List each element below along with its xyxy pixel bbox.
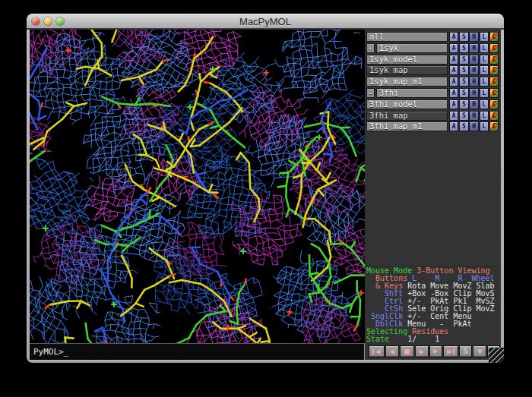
state-counter-text: 1/ 1 bbox=[389, 335, 439, 343]
resize-grip[interactable] bbox=[489, 348, 504, 363]
s-menu-button-1syk_map[interactable]: S bbox=[459, 65, 468, 75]
a-menu-button-1syk_map[interactable]: A bbox=[449, 65, 458, 75]
a-menu-button-1syk_model[interactable]: A bbox=[449, 55, 458, 65]
a-menu-button-1syk_map_m1[interactable]: A bbox=[449, 77, 458, 87]
a-menu-button-3fhi[interactable]: A bbox=[449, 88, 458, 98]
l-menu-button-1syk_map[interactable]: L bbox=[480, 65, 489, 75]
command-prompt: PyMOL> bbox=[33, 347, 64, 357]
object-name-1syk[interactable]: 1syk bbox=[376, 43, 448, 53]
panel-toggle-button-glyph: ▼ bbox=[477, 346, 483, 357]
l-menu-button-3fhi_model[interactable]: L bbox=[480, 99, 489, 109]
l-menu-button-3fhi[interactable]: L bbox=[480, 88, 489, 98]
l-menu-button-3fhi_map_m1[interactable]: L bbox=[480, 121, 489, 131]
c-menu-button-1syk_map_m1[interactable]: C bbox=[489, 77, 499, 87]
object-name-1syk_map_m1[interactable]: 1syk_map_m1 bbox=[366, 77, 448, 87]
s-menu-button-1syk_model[interactable]: S bbox=[459, 55, 468, 65]
object-row-1syk: -1sykASHLC bbox=[365, 43, 501, 54]
s-menu-button-1syk[interactable]: S bbox=[459, 43, 468, 53]
c-menu-button-1syk[interactable]: C bbox=[489, 43, 499, 53]
desktop-background: MacPyMOL ^ PyMOL>_ allASHLC-1sykASHLC1sy… bbox=[0, 0, 532, 397]
c-menu-button-all[interactable]: C bbox=[489, 32, 499, 42]
c-menu-button-3fhi_model[interactable]: C bbox=[489, 99, 499, 109]
scene-button[interactable]: S bbox=[459, 345, 472, 358]
object-name-1syk_model[interactable]: 1syk_model bbox=[366, 55, 448, 65]
s-menu-button-all[interactable]: S bbox=[459, 32, 468, 42]
c-menu-button-1syk_map[interactable]: C bbox=[489, 65, 499, 75]
h-menu-button-1syk_map[interactable]: H bbox=[469, 65, 478, 75]
title-bar[interactable]: MacPyMOL bbox=[27, 14, 504, 29]
c-menu-button-3fhi_map[interactable]: C bbox=[489, 111, 499, 121]
object-name-3fhi_map_m1[interactable]: 3fhi_map_m1 bbox=[366, 121, 448, 131]
state-counter[interactable]: State 1/ 1 bbox=[366, 336, 500, 343]
stop-button-glyph: ■ bbox=[404, 346, 410, 357]
object-name-1syk_map[interactable]: 1syk_map bbox=[366, 65, 448, 75]
panel-toggle-button[interactable]: ▼ bbox=[473, 345, 486, 358]
window-title: MacPyMOL bbox=[27, 16, 504, 27]
a-menu-button-3fhi_map_m1[interactable]: A bbox=[449, 121, 458, 131]
c-menu-button-3fhi_map_m1[interactable]: C bbox=[489, 121, 499, 131]
step-back-button[interactable]: ◀ bbox=[385, 345, 399, 358]
step-forward-button[interactable]: ▶ bbox=[429, 345, 442, 358]
l-menu-button-all[interactable]: L bbox=[480, 32, 489, 42]
h-menu-button-3fhi_map_m1[interactable]: H bbox=[469, 121, 478, 131]
l-menu-button-1syk_map_m1[interactable]: L bbox=[480, 77, 489, 87]
h-menu-button-1syk_map_m1[interactable]: H bbox=[469, 77, 478, 87]
window-frame-right bbox=[501, 30, 504, 360]
object-row-1syk_map: 1syk_mapASHLC bbox=[365, 65, 501, 76]
l-menu-button-1syk[interactable]: L bbox=[480, 43, 489, 53]
go-to-last-button[interactable]: ▶ bbox=[443, 345, 459, 358]
command-line-input[interactable]: PyMOL>_ bbox=[30, 343, 366, 360]
h-menu-button-all[interactable]: H bbox=[469, 32, 478, 42]
object-row-3fhi_map_m1: 3fhi_map_m1ASHLC bbox=[365, 121, 501, 132]
object-row-3fhi_model: 3fhi_modelASHLC bbox=[365, 99, 501, 110]
object-name-3fhi_map[interactable]: 3fhi_map bbox=[366, 111, 448, 121]
play-button-glyph: ▶ bbox=[419, 346, 424, 357]
a-menu-button-all[interactable]: A bbox=[449, 32, 458, 42]
object-row-3fhi: -3fhiASHLC bbox=[365, 88, 501, 99]
bar-glyph bbox=[453, 349, 454, 354]
command-cursor: _ bbox=[64, 347, 69, 357]
3d-viewport[interactable] bbox=[30, 30, 365, 343]
h-menu-button-3fhi[interactable]: H bbox=[469, 88, 478, 98]
s-menu-button-3fhi_map_m1[interactable]: S bbox=[459, 121, 468, 131]
movie-controls: ◀◀■▶▶▶S▼F bbox=[369, 345, 500, 358]
object-row-1syk_model: 1syk_modelASHLC bbox=[365, 55, 501, 65]
step-back-button-glyph: ◀ bbox=[389, 346, 394, 357]
a-menu-button-3fhi_map[interactable]: A bbox=[449, 111, 458, 121]
scene-button-glyph: S bbox=[464, 346, 468, 357]
c-menu-button-1syk_model[interactable]: C bbox=[489, 55, 499, 65]
object-row-1syk_map_m1: 1syk_map_m1ASHLC bbox=[365, 77, 501, 87]
control-panel: allASHLC-1sykASHLC1syk_modelASHLC1syk_ma… bbox=[365, 30, 501, 360]
mouse-mode-panel: Mouse Mode 3-Button Viewing Buttons L M … bbox=[366, 267, 500, 343]
s-menu-button-3fhi_map[interactable]: S bbox=[459, 111, 468, 121]
object-row-3fhi_map: 3fhi_mapASHLC bbox=[365, 111, 501, 121]
play-button[interactable]: ▶ bbox=[415, 345, 429, 358]
l-menu-button-3fhi_map[interactable]: L bbox=[480, 111, 489, 121]
stop-button[interactable]: ■ bbox=[400, 345, 414, 358]
group-toggle-1syk[interactable]: - bbox=[366, 43, 375, 53]
go-to-last-button-glyph: ▶ bbox=[447, 346, 452, 357]
object-row-all: allASHLC bbox=[365, 32, 501, 43]
s-menu-button-3fhi[interactable]: S bbox=[459, 88, 468, 98]
state-counter-text: State bbox=[366, 335, 389, 343]
macpymol-window: MacPyMOL ^ PyMOL>_ allASHLC-1sykASHLC1sy… bbox=[27, 14, 504, 363]
bar-glyph bbox=[372, 349, 374, 354]
s-menu-button-1syk_map_m1[interactable]: S bbox=[459, 77, 468, 87]
go-to-first-button-glyph: ◀ bbox=[375, 346, 380, 357]
a-menu-button-3fhi_model[interactable]: A bbox=[449, 99, 458, 109]
s-menu-button-3fhi_model[interactable]: S bbox=[459, 99, 468, 109]
a-menu-button-1syk[interactable]: A bbox=[449, 43, 458, 53]
h-menu-button-1syk[interactable]: H bbox=[469, 43, 478, 53]
c-menu-button-3fhi[interactable]: C bbox=[489, 88, 499, 98]
h-menu-button-3fhi_model[interactable]: H bbox=[469, 99, 478, 109]
window-frame-bottom bbox=[27, 360, 504, 363]
l-menu-button-1syk_model[interactable]: L bbox=[480, 55, 489, 65]
h-menu-button-1syk_model[interactable]: H bbox=[469, 55, 478, 65]
go-to-first-button[interactable]: ◀ bbox=[369, 345, 385, 358]
step-forward-button-glyph: ▶ bbox=[433, 346, 438, 357]
object-name-3fhi[interactable]: 3fhi bbox=[376, 88, 448, 98]
object-name-3fhi_model[interactable]: 3fhi_model bbox=[366, 99, 448, 109]
object-name-all[interactable]: all bbox=[366, 32, 448, 42]
h-menu-button-3fhi_map[interactable]: H bbox=[469, 111, 478, 121]
group-toggle-3fhi[interactable]: - bbox=[366, 88, 375, 98]
